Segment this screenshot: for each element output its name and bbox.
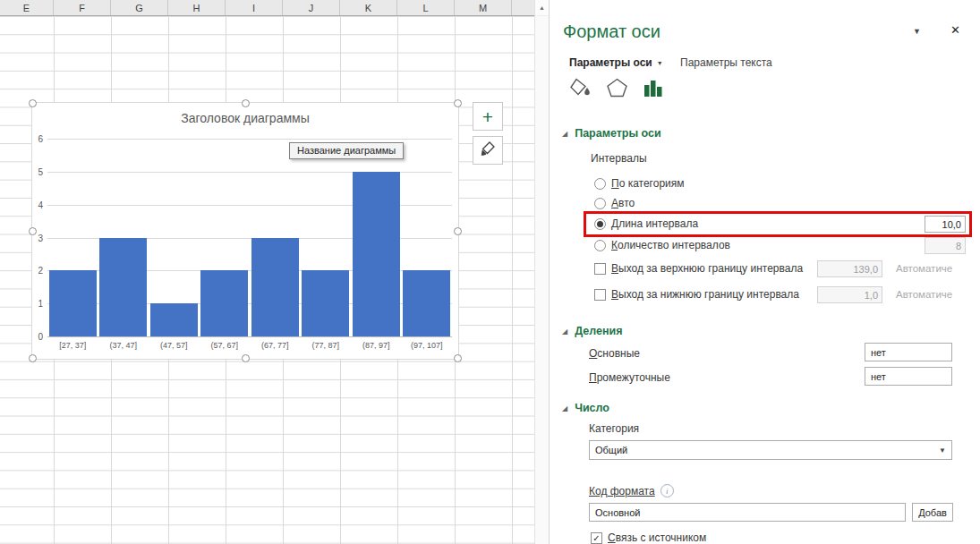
format-axis-pane: Формат оси ▼ ✕ Параметры оси ▼ Параметры…: [549, 0, 980, 544]
section-ticks-label: Деления: [575, 325, 622, 337]
selection-handle[interactable]: [454, 354, 462, 362]
y-tick-label: 2: [38, 266, 43, 276]
major-ticks-label: Основные: [589, 347, 640, 360]
column-header-L[interactable]: L: [397, 0, 455, 15]
section-ticks[interactable]: ◢ Деления: [562, 325, 622, 337]
major-ticks-dropdown[interactable]: нет: [865, 343, 952, 361]
histogram-chart[interactable]: Заголовок диаграммы 0123456 [27, 37](37,…: [31, 102, 459, 360]
histogram-bar[interactable]: [49, 270, 97, 336]
y-tick-label: 1: [38, 299, 43, 309]
selection-handle[interactable]: [454, 227, 462, 235]
column-headers: EFGHIJKLM: [0, 0, 534, 16]
column-header-J[interactable]: J: [283, 0, 340, 15]
chart-title[interactable]: Заголовок диаграммы: [32, 111, 458, 125]
radio-bin-count[interactable]: Количество интервалов: [594, 239, 730, 251]
radio-by-category-label: По категориям: [611, 177, 685, 190]
y-tick-label: 6: [38, 134, 43, 144]
histogram-bar[interactable]: [353, 172, 400, 336]
effects-pentagon-icon[interactable]: [605, 76, 629, 103]
overflow-bin-input: 139,0: [817, 260, 882, 277]
selection-handle[interactable]: [29, 99, 37, 107]
histogram-bar[interactable]: [200, 270, 248, 336]
category-dropdown-value: Общий: [595, 445, 627, 455]
selection-handle[interactable]: [29, 227, 37, 235]
paintbrush-icon: [480, 140, 496, 160]
radio-icon: [594, 240, 606, 251]
histogram-bar[interactable]: [99, 238, 147, 337]
histogram-bar[interactable]: [150, 303, 198, 336]
minor-ticks-dropdown[interactable]: нет: [865, 367, 952, 386]
fill-line-icon[interactable]: [567, 76, 592, 103]
column-header-G[interactable]: G: [111, 0, 168, 15]
pane-close-icon[interactable]: ✕: [950, 23, 960, 37]
column-header-K[interactable]: K: [340, 0, 397, 15]
format-code-label: Код формата: [589, 485, 655, 497]
category-dropdown[interactable]: Общий ▼: [589, 440, 952, 460]
radio-auto[interactable]: Авто: [594, 197, 635, 209]
column-header-M[interactable]: M: [455, 0, 512, 15]
checkbox-checked-icon: ✓: [591, 532, 602, 544]
section-axis-options-label: Параметры оси: [575, 127, 661, 140]
pane-options-dropdown-icon[interactable]: ▼: [913, 27, 921, 36]
radio-auto-label: Авто: [611, 197, 635, 209]
collapse-triangle-icon: ◢: [562, 130, 567, 138]
radio-bin-count-label: Количество интервалов: [611, 239, 730, 251]
bar-cell: [98, 139, 149, 336]
vertical-scrollbar[interactable]: ▲: [534, 0, 549, 544]
linked-to-source-label: Связь с источником: [608, 531, 706, 544]
histogram-bar[interactable]: [403, 270, 450, 336]
format-code-input[interactable]: Основной: [589, 503, 906, 522]
info-icon[interactable]: i: [660, 484, 674, 497]
x-category-label: [27, 37]: [47, 341, 98, 350]
histogram-bar[interactable]: [251, 238, 299, 337]
section-axis-options[interactable]: ◢ Параметры оси: [562, 127, 661, 140]
radio-icon: [594, 198, 606, 209]
underflow-bin-label: Выход за нижнюю границу интервала: [611, 288, 799, 301]
checkbox-underflow-bin[interactable]: Выход за нижнюю границу интервала: [594, 288, 799, 301]
bin-count-input: 8: [925, 237, 966, 254]
tab-axis-options[interactable]: Параметры оси ▼: [569, 56, 663, 69]
chart-styles-button[interactable]: [473, 136, 503, 165]
radio-bin-width[interactable]: Длина интервала: [594, 217, 698, 230]
y-tick-label: 0: [38, 332, 43, 342]
spreadsheet-area: EFGHIJKLM Заголовок диаграммы 0123456 [2…: [0, 0, 534, 544]
x-category-label: (37, 47]: [98, 341, 149, 350]
radio-by-category[interactable]: По категориям: [594, 177, 685, 190]
category-label: Категория: [589, 422, 639, 435]
plot-area[interactable]: [47, 139, 452, 337]
tab-axis-options-label: Параметры оси: [569, 56, 652, 69]
add-format-button[interactable]: Добав: [912, 503, 953, 522]
column-header-I[interactable]: I: [226, 0, 283, 15]
tab-text-options[interactable]: Параметры текста: [680, 56, 772, 69]
y-tick-label: 4: [38, 200, 43, 209]
radio-selected-icon: [594, 218, 606, 230]
column-header-E[interactable]: E: [0, 0, 54, 15]
section-number[interactable]: ◢ Число: [562, 402, 609, 414]
underflow-auto-label: Автоматиче: [896, 289, 952, 300]
scroll-up-button[interactable]: ▲: [535, 0, 549, 16]
selection-handle[interactable]: [29, 354, 37, 362]
y-axis-labels: 0123456: [32, 139, 45, 336]
selection-handle[interactable]: [242, 354, 250, 362]
selection-handle[interactable]: [454, 99, 462, 107]
x-axis-labels: [27, 37](37, 47](47, 57](57, 67](67, 77]…: [47, 341, 452, 350]
radio-icon: [594, 178, 606, 190]
x-category-label: (67, 77]: [250, 341, 301, 350]
y-tick-label: 3: [38, 233, 43, 242]
up-arrow-icon: ▲: [539, 4, 545, 11]
bin-width-input[interactable]: 10,0: [925, 216, 966, 233]
collapse-triangle-icon: ◢: [562, 327, 567, 336]
format-code-row: Код формата i: [589, 484, 674, 497]
plus-icon: +: [482, 107, 493, 126]
checkbox-overflow-bin[interactable]: Выход за верхнюю границу интервала: [594, 262, 803, 275]
x-category-label: (97, 107]: [402, 341, 453, 350]
column-header-H[interactable]: H: [168, 0, 226, 15]
chart-elements-button[interactable]: +: [473, 102, 503, 131]
x-category-label: (87, 97]: [351, 341, 402, 350]
checkbox-linked-to-source[interactable]: ✓ Связь с источником: [591, 531, 706, 544]
column-header-F[interactable]: F: [54, 0, 111, 15]
underflow-bin-input: 1,0: [817, 286, 882, 303]
histogram-bar[interactable]: [302, 270, 349, 336]
selection-handle[interactable]: [242, 99, 250, 107]
axis-options-chart-icon[interactable]: [641, 76, 665, 103]
